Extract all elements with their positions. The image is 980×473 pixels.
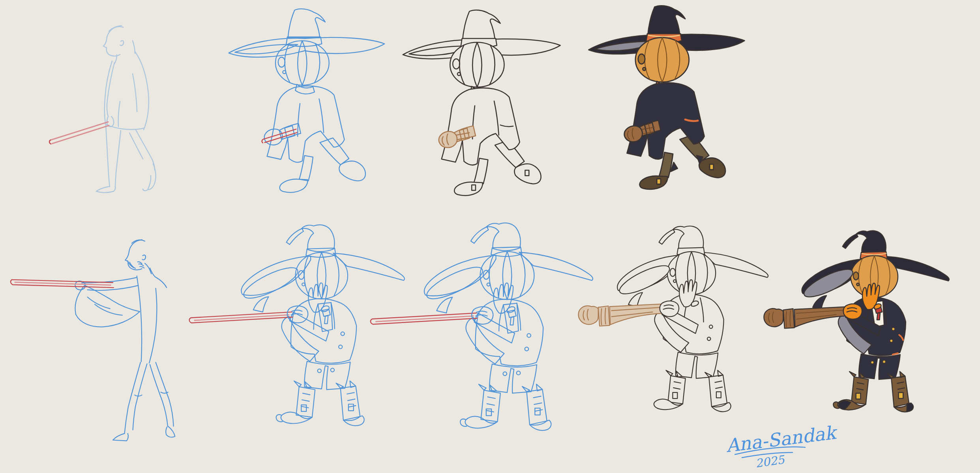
digital-canvas: { "artwork": { "kind": "character design… (0, 0, 980, 473)
shorts (859, 354, 900, 380)
artwork-canvas: Ana-Sandak 2025 (0, 0, 980, 473)
glove-gripping-club (843, 304, 862, 319)
